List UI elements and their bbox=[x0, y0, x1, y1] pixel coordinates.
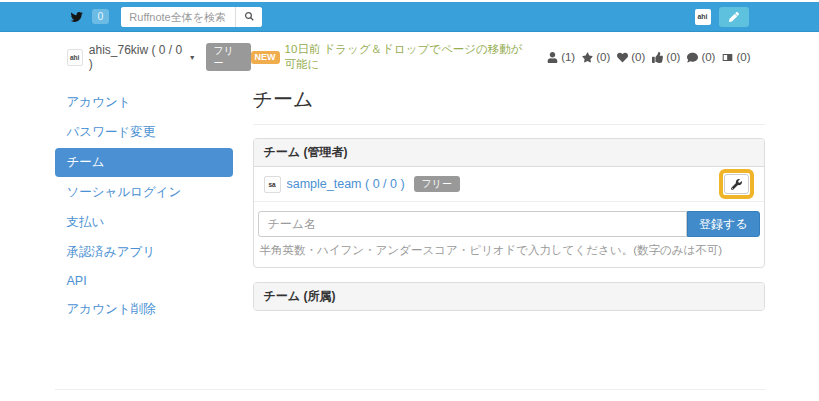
heart-icon bbox=[617, 52, 628, 63]
page-title: チーム bbox=[253, 86, 765, 125]
team-settings-button[interactable] bbox=[724, 174, 749, 194]
user-plan-badge: フリー bbox=[206, 43, 251, 71]
navbar-avatar[interactable]: ahi bbox=[695, 9, 711, 25]
team-plan-badge: フリー bbox=[414, 176, 460, 192]
sidebar-item-team[interactable]: チーム bbox=[55, 148, 233, 177]
team-link[interactable]: sample_team ( 0 / 0 ) bbox=[287, 177, 405, 191]
pencil-icon bbox=[729, 12, 739, 22]
team-row: sa sample_team ( 0 / 0 ) フリー bbox=[254, 167, 764, 202]
sidebar-item-password-change[interactable]: パスワード変更 bbox=[55, 118, 233, 147]
members-stat[interactable]: (1) bbox=[547, 51, 575, 63]
wrench-highlight-annotation bbox=[719, 169, 754, 199]
admin-team-panel: チーム (管理者) sa sample_team ( 0 / 0 ) フリー bbox=[253, 138, 765, 268]
create-team-form: 登録する bbox=[254, 202, 764, 237]
top-navbar: 0 ahi bbox=[0, 2, 819, 32]
page: 0 ahi ahi ahis_76kiw ( 0 / 0 ) ▼ フリー NEW… bbox=[0, 2, 819, 401]
main-content: チーム チーム (管理者) sa sample_team ( 0 / 0 ) フ… bbox=[253, 84, 765, 325]
feeds-count: (0) bbox=[736, 51, 750, 63]
caret-down-icon: ▼ bbox=[189, 54, 196, 61]
news-link[interactable]: 10日前 ドラッグ＆ドロップでページの移動が可能に bbox=[285, 42, 533, 72]
settings-sidebar: アカウント パスワード変更 チーム ソーシャルログイン 支払い 承認済みアプリ … bbox=[55, 84, 233, 325]
wrench-icon bbox=[731, 179, 742, 190]
footer: © 2013 mindia Inc. ホーム プラン トレンド ヘルプ 最近のア… bbox=[55, 389, 765, 401]
star-icon bbox=[582, 52, 593, 63]
user-bar: ahi ahis_76kiw ( 0 / 0 ) ▼ フリー NEW 10日前 … bbox=[55, 32, 765, 78]
sidebar-item-account[interactable]: アカウント bbox=[55, 88, 233, 117]
comment-icon bbox=[687, 52, 698, 63]
likes-stat[interactable]: (0) bbox=[652, 51, 680, 63]
team-name-input[interactable] bbox=[258, 211, 687, 237]
user-icon bbox=[547, 52, 558, 63]
stars-count: (0) bbox=[596, 51, 610, 63]
member-panel-header: チーム (所属) bbox=[254, 283, 764, 310]
comments-stat[interactable]: (0) bbox=[687, 51, 715, 63]
feeds-stat[interactable]: (0) bbox=[722, 51, 750, 63]
hearts-count: (0) bbox=[631, 51, 645, 63]
stars-stat[interactable]: (0) bbox=[582, 51, 610, 63]
team-avatar: sa bbox=[264, 176, 281, 193]
sidebar-item-payment[interactable]: 支払い bbox=[55, 208, 233, 237]
team-name-help: 半角英数・ハイフン・アンダースコア・ピリオドで入力してください。(数字のみは不可… bbox=[254, 237, 764, 267]
bird-logo-icon[interactable] bbox=[67, 9, 86, 25]
feed-icon bbox=[722, 52, 733, 63]
likes-count: (0) bbox=[666, 51, 680, 63]
members-count: (1) bbox=[561, 51, 575, 63]
global-search bbox=[121, 7, 262, 27]
comments-count: (0) bbox=[701, 51, 715, 63]
user-avatar[interactable]: ahi bbox=[67, 49, 83, 66]
sidebar-item-social-login[interactable]: ソーシャルログイン bbox=[55, 178, 233, 207]
register-button[interactable]: 登録する bbox=[687, 211, 760, 237]
compose-button[interactable] bbox=[719, 7, 749, 27]
search-input[interactable] bbox=[121, 7, 235, 27]
sidebar-item-approved-apps[interactable]: 承認済みアプリ bbox=[55, 238, 233, 267]
search-icon bbox=[244, 11, 255, 22]
sidebar-item-api[interactable]: API bbox=[55, 268, 233, 294]
thumbs-up-icon bbox=[652, 52, 663, 63]
search-button[interactable] bbox=[235, 7, 262, 27]
admin-panel-header: チーム (管理者) bbox=[254, 139, 764, 167]
news-new-badge: NEW bbox=[251, 51, 280, 64]
notification-count-badge[interactable]: 0 bbox=[92, 9, 110, 24]
username-dropdown[interactable]: ahis_76kiw ( 0 / 0 ) bbox=[89, 43, 185, 71]
hearts-stat[interactable]: (0) bbox=[617, 51, 645, 63]
sidebar-item-account-delete[interactable]: アカウント削除 bbox=[55, 295, 233, 324]
member-team-panel: チーム (所属) bbox=[253, 282, 765, 311]
